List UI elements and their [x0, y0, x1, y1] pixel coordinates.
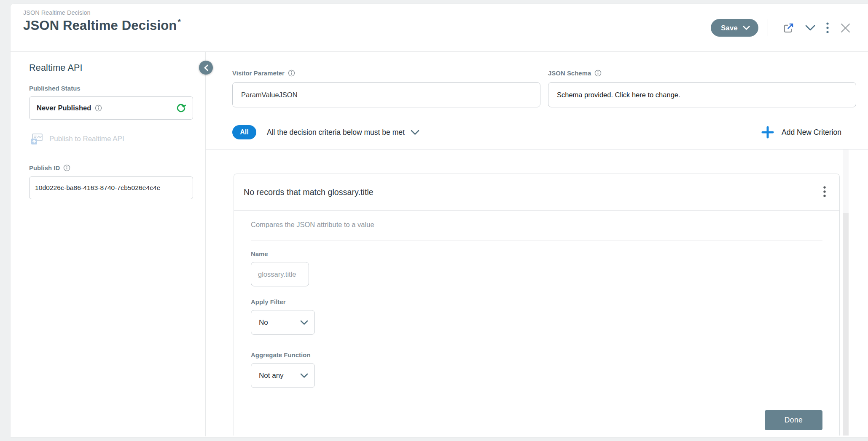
json-schema-field: JSON Schema Schema provided. Click here … [548, 69, 856, 107]
criteria-mode-dropdown[interactable] [411, 130, 419, 135]
publish-icon [30, 132, 43, 146]
close-icon [840, 22, 851, 34]
publish-id-value: 10d0226c-ba86-4163-8740-7cb5026e4c4e [35, 184, 161, 192]
open-in-new-button[interactable] [781, 21, 796, 35]
chevron-down-icon [411, 130, 419, 135]
more-options-button[interactable] [825, 21, 830, 35]
sidebar: Realtime API Published Status Never Publ… [11, 52, 206, 436]
main-panel: Visitor Parameter JSON Schema Schema pro… [206, 52, 868, 436]
criterion-card-body: Compares the JSON attribute to a value N… [234, 211, 839, 430]
add-icon [761, 126, 774, 139]
visitor-parameter-label: Visitor Parameter [232, 69, 540, 77]
header: JSON Realtime Decision JSON Realtime Dec… [11, 4, 868, 52]
refresh-icon[interactable] [176, 103, 186, 113]
save-chevron-icon [743, 26, 750, 30]
params-row: Visitor Parameter JSON Schema Schema pro… [232, 69, 856, 107]
vertical-scrollbar-track[interactable] [843, 150, 849, 436]
header-divider [768, 19, 768, 36]
aggregate-function-label: Aggregate Function [251, 352, 822, 358]
close-button[interactable] [838, 21, 853, 35]
info-icon[interactable] [594, 69, 602, 77]
info-icon[interactable] [288, 69, 295, 77]
collapse-sidebar-button[interactable] [199, 61, 213, 75]
publish-id-label: Publish ID [29, 164, 193, 171]
save-button-label: Save [721, 24, 738, 32]
apply-filter-select[interactable]: No [251, 310, 315, 335]
criterion-description: Compares the JSON attribute to a value [251, 221, 822, 229]
criterion-menu-button[interactable] [821, 183, 828, 201]
criteria-bar: All All the decision criteria below must… [232, 125, 856, 139]
unsaved-marker: * [177, 17, 181, 26]
divider [251, 400, 822, 400]
published-status-label: Published Status [29, 85, 193, 92]
page-title-text: JSON Realtime Decision [23, 18, 177, 33]
publish-button[interactable]: Publish to Realtime API [29, 132, 124, 146]
criterion-card-header: No records that match glossary.title [234, 174, 839, 211]
info-icon[interactable] [63, 164, 70, 171]
aggregate-function-select[interactable]: Not any [251, 363, 315, 388]
editor-window: JSON Realtime Decision JSON Realtime Dec… [11, 4, 868, 437]
vertical-scrollbar-thumb[interactable] [843, 213, 849, 436]
collapse-sidebar-icon [204, 64, 209, 71]
content: Realtime API Published Status Never Publ… [11, 52, 868, 436]
done-row: Done [251, 410, 822, 430]
kebab-menu-icon [826, 22, 829, 33]
criterion-name-input[interactable] [251, 262, 309, 286]
open-in-new-icon [783, 22, 794, 34]
select-chevron-icon [300, 320, 308, 325]
apply-filter-value: No [259, 318, 268, 327]
criteria-scroll-area: No records that match glossary.title Com… [206, 150, 868, 436]
apply-filter-label: Apply Filter [251, 299, 822, 305]
publish-button-label: Publish to Realtime API [49, 135, 124, 143]
add-new-criterion-label: Add New Criterion [782, 128, 841, 137]
screen: JSON Realtime Decision JSON Realtime Dec… [0, 0, 868, 441]
sidebar-title: Realtime API [29, 63, 193, 73]
save-button[interactable]: Save [711, 19, 758, 37]
aggregate-function-value: Not any [259, 372, 284, 380]
criteria-mode-badge[interactable]: All [232, 125, 256, 139]
divider [251, 240, 822, 241]
json-schema-button[interactable]: Schema provided. Click here to change. [548, 82, 856, 107]
json-schema-label: JSON Schema [548, 69, 856, 77]
done-button[interactable]: Done [765, 410, 822, 430]
header-chevron-icon [805, 25, 815, 31]
kebab-menu-icon [823, 186, 826, 198]
header-actions: Save [711, 4, 857, 52]
criterion-title: No records that match glossary.title [244, 187, 374, 197]
info-icon[interactable] [95, 104, 102, 112]
visitor-parameter-input[interactable] [232, 82, 540, 107]
published-status-box: Never Published [29, 96, 193, 120]
select-chevron-icon [300, 373, 308, 378]
add-new-criterion-button[interactable]: Add New Criterion [761, 126, 841, 139]
criterion-card: No records that match glossary.title Com… [234, 174, 840, 436]
publish-id-box: 10d0226c-ba86-4163-8740-7cb5026e4c4e [29, 176, 193, 199]
name-label: Name [251, 251, 822, 257]
published-status-value: Never Published [37, 104, 91, 112]
visitor-parameter-field: Visitor Parameter [232, 69, 540, 107]
page-title: JSON Realtime Decision* [23, 18, 180, 33]
criteria-mode-text[interactable]: All the decision criteria below must be … [267, 128, 405, 137]
expand-panel-button[interactable] [804, 23, 817, 32]
breadcrumb: JSON Realtime Decision [23, 9, 91, 16]
